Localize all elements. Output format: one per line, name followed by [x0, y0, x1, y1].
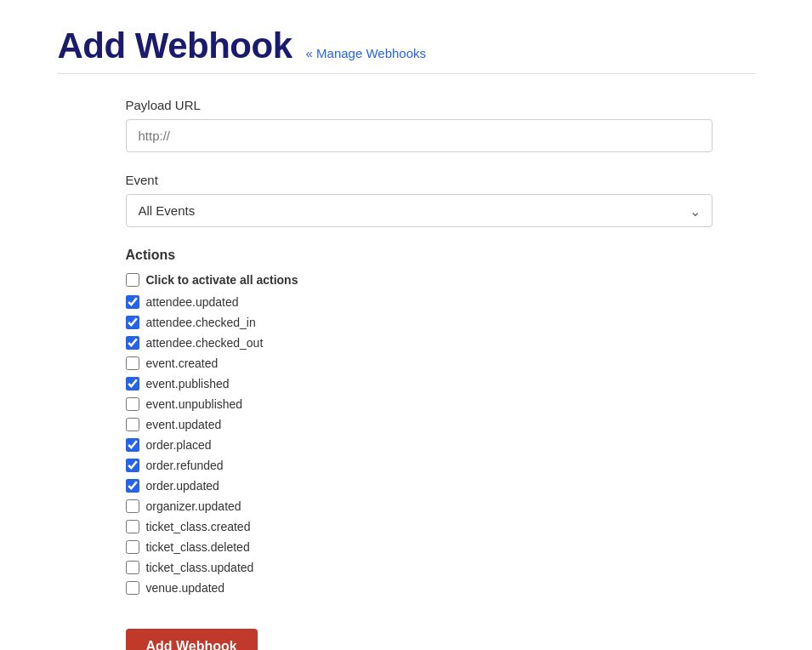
ticket-class-updated-label: ticket_class.updated: [146, 561, 254, 574]
actions-section: Actions Click to activate all actions at…: [126, 248, 755, 595]
ticket-class-updated-checkbox[interactable]: [126, 561, 139, 574]
event-group: Event All Events Specific Event ⌄: [126, 173, 755, 227]
header-section: Add Webhook « Manage Webhooks: [58, 26, 755, 66]
venue-updated-label: venue.updated: [146, 581, 225, 595]
attendee-updated-label: attendee.updated: [146, 295, 239, 309]
event-published-checkbox[interactable]: [126, 377, 139, 391]
attendee-checked-in-label: attendee.checked_in: [146, 316, 256, 329]
payload-url-group: Payload URL: [126, 98, 755, 152]
attendee-checked-out-row: attendee.checked_out: [126, 336, 755, 350]
order-refunded-label: order.refunded: [146, 459, 224, 472]
attendee-checked-in-row: attendee.checked_in: [126, 316, 755, 329]
attendee-checked-out-checkbox[interactable]: [126, 336, 139, 350]
event-created-checkbox[interactable]: [126, 356, 139, 370]
order-refunded-checkbox[interactable]: [126, 459, 139, 472]
order-refunded-row: order.refunded: [126, 459, 755, 472]
event-select-wrapper: All Events Specific Event ⌄: [126, 194, 713, 227]
manage-webhooks-link[interactable]: « Manage Webhooks: [306, 46, 426, 60]
order-placed-row: order.placed: [126, 438, 755, 452]
order-placed-checkbox[interactable]: [126, 438, 139, 452]
activate-all-checkbox[interactable]: [126, 273, 139, 287]
event-published-label: event.published: [146, 377, 230, 391]
event-updated-checkbox[interactable]: [126, 418, 139, 431]
venue-updated-checkbox[interactable]: [126, 581, 139, 595]
ticket-class-created-row: ticket_class.created: [126, 520, 755, 533]
organizer-updated-checkbox[interactable]: [126, 499, 139, 513]
order-updated-checkbox[interactable]: [126, 479, 139, 493]
event-created-row: event.created: [126, 356, 755, 370]
venue-updated-row: venue.updated: [126, 581, 755, 595]
attendee-updated-checkbox[interactable]: [126, 295, 139, 309]
ticket-class-deleted-label: ticket_class.deleted: [146, 540, 250, 554]
actions-title: Actions: [126, 248, 755, 263]
ticket-class-deleted-checkbox[interactable]: [126, 540, 139, 554]
ticket-class-created-label: ticket_class.created: [146, 520, 251, 533]
form-section: Payload URL Event All Events Specific Ev…: [126, 98, 755, 650]
payload-url-label: Payload URL: [126, 98, 755, 112]
event-label: Event: [126, 173, 755, 187]
ticket-class-created-checkbox[interactable]: [126, 520, 139, 533]
activate-all-label[interactable]: Click to activate all actions: [146, 273, 298, 287]
add-webhook-button[interactable]: Add Webhook: [126, 629, 258, 650]
order-placed-label: order.placed: [146, 438, 212, 452]
event-unpublished-checkbox[interactable]: [126, 397, 139, 411]
payload-url-input[interactable]: [126, 119, 713, 152]
attendee-checked-out-label: attendee.checked_out: [146, 336, 264, 350]
header-divider: [58, 73, 755, 74]
order-updated-label: order.updated: [146, 479, 219, 493]
ticket-class-deleted-row: ticket_class.deleted: [126, 540, 755, 554]
event-published-row: event.published: [126, 377, 755, 391]
event-unpublished-label: event.unpublished: [146, 397, 243, 411]
organizer-updated-row: organizer.updated: [126, 499, 755, 513]
attendee-checked-in-checkbox[interactable]: [126, 316, 139, 329]
event-select[interactable]: All Events Specific Event: [126, 194, 713, 227]
attendee-updated-row: attendee.updated: [126, 295, 755, 309]
organizer-updated-label: organizer.updated: [146, 499, 241, 513]
event-created-label: event.created: [146, 356, 219, 370]
ticket-class-updated-row: ticket_class.updated: [126, 561, 755, 574]
event-updated-label: event.updated: [146, 418, 222, 431]
event-updated-row: event.updated: [126, 418, 755, 431]
order-updated-row: order.updated: [126, 479, 755, 493]
event-unpublished-row: event.unpublished: [126, 397, 755, 411]
page-container: Add Webhook « Manage Webhooks Payload UR…: [24, 26, 789, 650]
activate-all-row: Click to activate all actions: [126, 273, 755, 287]
page-title: Add Webhook: [58, 26, 292, 66]
